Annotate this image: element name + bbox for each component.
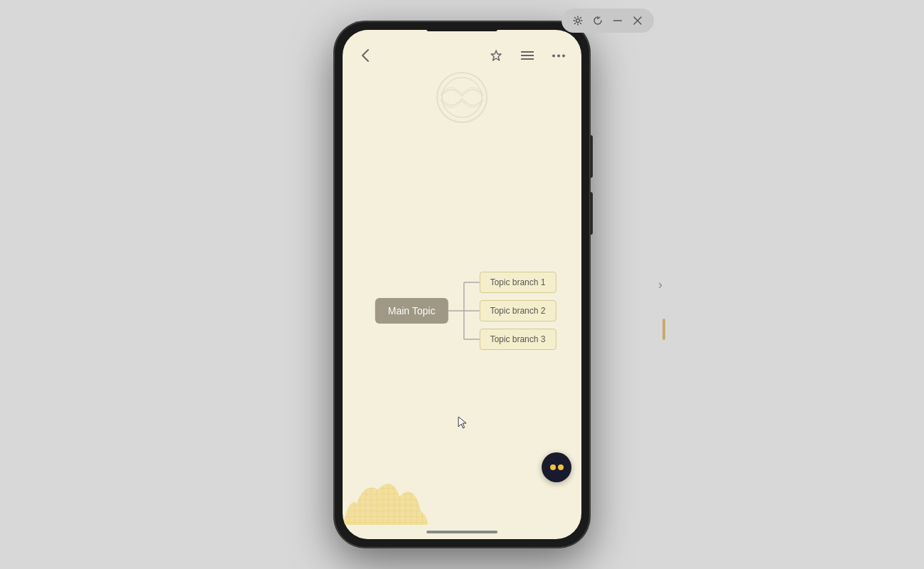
list-view-button[interactable] [516, 44, 539, 67]
close-button[interactable] [630, 13, 645, 28]
ai-assistant-button[interactable] [542, 452, 571, 482]
mouse-cursor [457, 415, 468, 432]
pin-button[interactable] [485, 44, 507, 67]
svg-point-11 [562, 54, 565, 57]
phone-bottom-bar [426, 531, 498, 533]
gear-button[interactable] [570, 13, 586, 28]
connector-lines [448, 261, 479, 361]
minimize-button[interactable] [610, 13, 625, 28]
right-side-handle [662, 319, 665, 340]
branch-node-3[interactable]: Topic branch 3 [479, 329, 556, 350]
main-topic-node[interactable]: Main Topic [375, 298, 448, 324]
ai-dots [550, 464, 564, 470]
ai-dot-2 [558, 464, 564, 470]
phone-screen: Main Topic Topic branch 1 [343, 30, 581, 539]
branch-node-1[interactable]: Topic branch 1 [479, 272, 556, 293]
svg-point-9 [552, 54, 555, 57]
window-controls [562, 9, 654, 33]
nav-right-controls [485, 44, 570, 67]
mindmap-canvas[interactable]: Main Topic Topic branch 1 [343, 73, 581, 539]
mindmap-diagram: Main Topic Topic branch 1 [375, 261, 557, 361]
ai-dot-1 [550, 464, 556, 470]
phone-notch [426, 27, 498, 31]
back-button[interactable] [354, 44, 377, 67]
phone-power-button [590, 135, 593, 178]
svg-point-0 [576, 19, 580, 23]
svg-point-10 [557, 54, 560, 57]
rewind-button[interactable] [590, 13, 606, 28]
background-blob [343, 454, 428, 525]
phone-volume-button [590, 192, 593, 235]
navigation-bar [343, 30, 581, 73]
right-arrow-indicator[interactable]: › [658, 277, 662, 292]
branch-nodes: Topic branch 1 Topic branch 2 Topic bran… [479, 272, 556, 350]
more-options-button[interactable] [547, 44, 570, 67]
branch-node-2[interactable]: Topic branch 2 [479, 300, 556, 321]
phone-device: Main Topic Topic branch 1 [334, 21, 590, 548]
